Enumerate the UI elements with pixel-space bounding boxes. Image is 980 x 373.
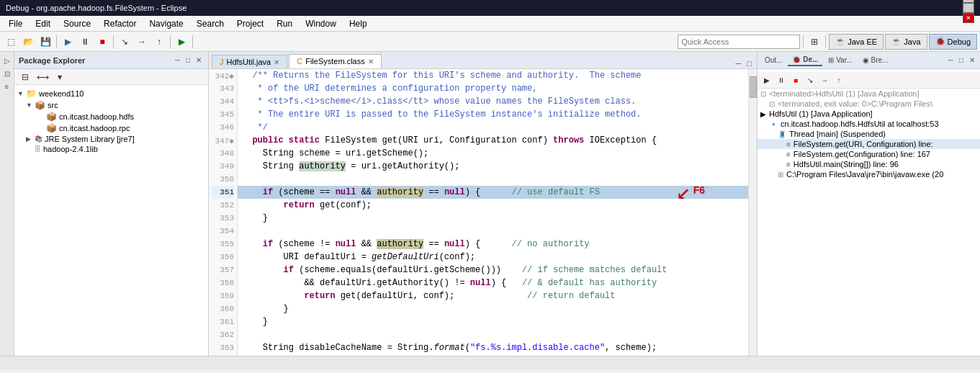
step-into[interactable]: ↘	[117, 34, 132, 50]
tab-filesystem[interactable]: C FileSystem.class ✕	[289, 54, 381, 68]
debug-maximize-btn[interactable]: □	[957, 55, 966, 65]
step-into-btn[interactable]: ↘	[804, 73, 817, 86]
line-num-355: 355	[212, 238, 234, 251]
step-return[interactable]: ↑	[151, 34, 167, 50]
code-line-347: public static FileSystem get(URI uri, Co…	[238, 134, 748, 147]
tab-debug[interactable]: 🐞 De...	[788, 54, 822, 66]
menu-source[interactable]: Source	[58, 17, 96, 30]
running-icon: ▶	[760, 110, 766, 118]
tab-label: FileSystem.class	[305, 57, 365, 66]
view-menu-btn[interactable]: ▾	[52, 69, 68, 85]
run-button[interactable]: ▶	[174, 34, 189, 50]
debug-item-label: C:\Program Files\Java\jre7\bin\javaw.exe…	[786, 170, 943, 179]
jar-icon: 🗄	[35, 145, 41, 153]
menu-navigate[interactable]: Navigate	[143, 17, 189, 30]
tree-item-rpc[interactable]: 📦 cn.itcast.hadoop.rpc	[14, 122, 208, 134]
editor-minimize-btn[interactable]: ─	[734, 58, 744, 68]
maximize-button[interactable]: □	[963, 3, 974, 13]
red-arrow-icon: ↙	[676, 181, 690, 205]
debug-item-terminated-1[interactable]: ⊡ <terminated>HdfsUtil (1) [Java Applica…	[758, 89, 980, 99]
perspective-java-ee[interactable]: ☕ Java EE	[829, 34, 884, 50]
close-button[interactable]: ✕	[963, 13, 974, 23]
debug-item-thread[interactable]: 🧵 Thread [main] (Suspended)	[758, 129, 980, 139]
tree-item-jre[interactable]: ▶ 📚 JRE System Library [jre7]	[14, 134, 208, 144]
menu-search[interactable]: Search	[191, 17, 230, 30]
tree-item-hadoop[interactable]: 🗄 hadoop-2.4.1lib	[14, 144, 208, 154]
quick-access-input[interactable]	[678, 35, 800, 49]
editor-scrollbar[interactable]	[748, 69, 757, 356]
tab-close-btn[interactable]: ✕	[274, 58, 279, 66]
open-button[interactable]: 📂	[20, 34, 36, 50]
debug-item-label: <terminated>HdfsUtil (1) [Java Applicati…	[769, 89, 920, 98]
debug-item-frame-1[interactable]: ≡ FileSystem.get(URI, Configuration) lin…	[758, 139, 980, 149]
tab-hdfsutil[interactable]: J HdfsUtil.java ✕	[212, 55, 287, 68]
debug-item-running[interactable]: ▶ HdfsUtil (1) [Java Application]	[758, 109, 980, 119]
menu-window[interactable]: Window	[300, 17, 342, 30]
debug-resume-btn[interactable]: ▶	[760, 73, 773, 86]
sidebar-btn-3[interactable]: ≡	[1, 81, 13, 92]
minimize-panel-btn[interactable]: ─	[173, 55, 182, 65]
tab-close-btn[interactable]: ✕	[368, 58, 374, 66]
line-numbers: 342◆ 343 344 345 346 347◆ 348 349 350 35…	[209, 69, 238, 356]
code-line-357: if (scheme.equals(defaultUri.getScheme()…	[238, 264, 748, 277]
null-keyword: null	[336, 187, 356, 197]
java-icon: ☕	[891, 37, 902, 46]
tree-label: weekend110	[39, 89, 84, 98]
step-over[interactable]: →	[134, 34, 150, 50]
debug-item-process[interactable]: ⊞ C:\Program Files\Java\jre7\bin\javaw.e…	[758, 169, 980, 179]
menu-run[interactable]: Run	[271, 17, 298, 30]
tree-item-hdfs[interactable]: 📦 cn.itcast.hadoop.hdfs	[14, 111, 208, 122]
debug-close-btn[interactable]: ✕	[967, 55, 977, 65]
code-text	[242, 291, 304, 301]
menu-help[interactable]: Help	[343, 17, 373, 30]
code-line-356: URI defaultUri = getDefaultUri(conf);	[238, 251, 748, 264]
scroll-thumb[interactable]	[750, 76, 757, 98]
debug-minimize-btn[interactable]: ─	[946, 55, 956, 65]
open-perspective[interactable]: ⊞	[806, 34, 822, 50]
close-panel-btn[interactable]: ✕	[194, 55, 204, 65]
step-over-btn[interactable]: →	[818, 73, 831, 86]
thread-icon: 🧵	[778, 130, 786, 138]
collapse-all-btn[interactable]: ⊟	[17, 69, 33, 85]
tab-out[interactable]: Out...	[760, 55, 786, 66]
debug-suspend[interactable]: ⏸	[77, 34, 93, 50]
debug-suspend-btn[interactable]: ⏸	[775, 73, 788, 86]
java-ee-icon: ☕	[835, 37, 845, 46]
line-num-346: 346	[212, 121, 234, 134]
save-button[interactable]: 💾	[37, 34, 53, 50]
maximize-panel-btn[interactable]: □	[184, 55, 192, 65]
tab-var[interactable]: ⊞ Var...	[824, 55, 856, 66]
step-return-btn[interactable]: ↑	[832, 73, 845, 86]
menu-project[interactable]: Project	[231, 17, 269, 30]
sidebar-btn-1[interactable]: ▷	[1, 55, 13, 66]
debug-item-terminated-2[interactable]: ⊡ <terminated, exit value: 0>C:\Program …	[758, 99, 980, 109]
debug-item-hdfsutil[interactable]: 🔹 cn.itcast.hadoop.hdfs.HdfsUtil at loca…	[758, 119, 980, 129]
toolbar-sep-4	[192, 35, 193, 48]
code-line-352: return get(conf);	[238, 199, 748, 212]
debug-stop-btn[interactable]: ■	[789, 73, 802, 86]
editor-maximize-btn[interactable]: □	[745, 58, 754, 68]
menu-file[interactable]: File	[3, 17, 28, 30]
null-kw: null	[336, 239, 356, 249]
menu-refactor[interactable]: Refactor	[98, 17, 142, 30]
perspective-java[interactable]: ☕ Java	[885, 34, 927, 50]
code-content[interactable]: /** Returns the FileSystem for this URI'…	[238, 69, 748, 356]
code-text: (conf);	[439, 252, 475, 262]
editor-tabs-group: J HdfsUtil.java ✕ C FileSystem.class ✕	[212, 54, 383, 68]
perspective-debug[interactable]: 🐞 Debug	[929, 34, 977, 50]
project-icon: 📁	[26, 89, 37, 99]
throws-keyword: throws	[553, 135, 584, 145]
menu-edit[interactable]: Edit	[30, 17, 56, 30]
debug-stop[interactable]: ■	[94, 34, 110, 50]
return-kw2: return	[304, 291, 335, 301]
tab-bre[interactable]: ◉ Bre...	[858, 55, 893, 66]
debug-item-frame-3[interactable]: ≡ HdfsUtil.main(String[]) line: 96	[758, 159, 980, 169]
sidebar-btn-2[interactable]: ⊡	[1, 68, 13, 79]
new-button[interactable]: ⬚	[3, 34, 19, 50]
debug-resume[interactable]: ▶	[60, 34, 76, 50]
debug-item-frame-2[interactable]: ≡ FileSystem.get(Configuration) line: 16…	[758, 149, 980, 159]
code-line-351: if (scheme == null && authority == null)…	[238, 186, 748, 199]
link-editor-btn[interactable]: ⟷	[35, 69, 50, 85]
tree-item-src[interactable]: ▼ 📦 src	[14, 99, 208, 111]
tree-item-weekend110[interactable]: ▼ 📁 weekend110	[14, 88, 208, 99]
